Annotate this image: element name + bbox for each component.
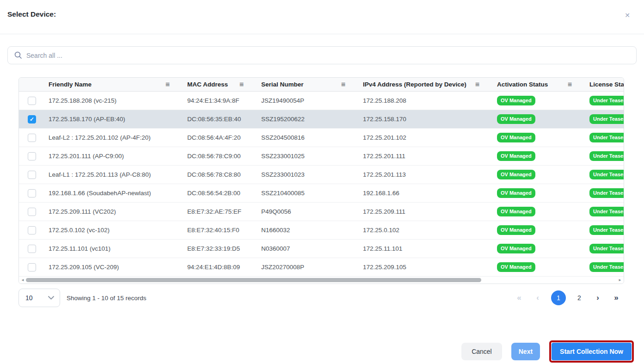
search-input[interactable]	[26, 52, 630, 59]
license-status-badge: Under Teaser	[589, 244, 624, 253]
cancel-button[interactable]: Cancel	[461, 343, 502, 360]
cell-ipv4-address: 172.25.209.105	[359, 264, 493, 271]
chevron-down-icon	[48, 296, 54, 300]
table-row[interactable]: 172.25.209.111 (VC202) E8:E7:32:AE:75:EF…	[19, 203, 624, 221]
row-checkbox[interactable]	[28, 134, 36, 142]
column-menu-icon[interactable]: ≡	[239, 80, 244, 89]
column-label: IPv4 Address (Reported by Device)	[363, 81, 466, 88]
cell-mac-address: 94:24:E1:34:9A:8F	[184, 97, 258, 104]
row-checkbox[interactable]	[28, 263, 36, 271]
column-header-ipv4-address: IPv4 Address (Reported by Device) ≡	[359, 80, 493, 89]
row-checkbox[interactable]	[28, 189, 36, 197]
cell-serial-number: N1660032	[258, 227, 359, 234]
column-menu-icon[interactable]: ≡	[341, 80, 345, 89]
cell-friendly-name: Leaf-L2 : 172.25.201.102 (AP-4F:20)	[45, 134, 184, 141]
start-collection-now-button[interactable]: Start Collection Now	[552, 343, 632, 360]
cell-friendly-name: 172.25.209.111 (VC202)	[45, 208, 184, 215]
modal-header: Select Device: ✕	[0, 0, 644, 34]
highlight-annotation: Start Collection Now	[549, 340, 634, 363]
page-button-2[interactable]: 2	[574, 294, 584, 302]
cell-mac-address: DC:08:56:78:C9:00	[184, 153, 258, 160]
cell-serial-number: N0360007	[258, 245, 359, 252]
cell-ipv4-address: 172.25.201.102	[359, 134, 493, 141]
license-status-badge: Under Teaser	[589, 207, 624, 216]
select-device-modal: Select Device: ✕ Friendly Name ≡ MAC Add…	[0, 0, 644, 363]
table-row[interactable]: Leaf-L1 : 172.25.201.113 (AP-C8:80) DC:0…	[19, 166, 624, 184]
row-checkbox[interactable]	[28, 152, 36, 160]
close-icon[interactable]: ✕	[625, 12, 630, 34]
table-row[interactable]: 172.25.188.208 (vc-215) 94:24:E1:34:9A:8…	[19, 92, 624, 110]
row-checkbox-checked[interactable]: ✓	[28, 115, 36, 123]
activation-status-badge: OV Managed	[497, 114, 535, 124]
cell-mac-address: DC:08:56:35:EB:40	[184, 116, 258, 123]
cell-friendly-name: 172.25.11.101 (vc101)	[45, 245, 184, 252]
cell-mac-address: DC:08:56:54:2B:00	[184, 190, 258, 197]
license-status-badge: Under Teaser	[589, 170, 624, 179]
cell-ipv4-address: 172.25.188.208	[359, 97, 493, 104]
cell-mac-address: E8:E7:32:AE:75:EF	[184, 208, 258, 215]
row-checkbox[interactable]	[28, 97, 36, 105]
cell-serial-number: SSZ195200622	[258, 116, 359, 123]
license-status-badge: Under Teaser	[589, 151, 624, 161]
column-label: Serial Number	[261, 81, 304, 88]
cell-friendly-name: 172.25.188.208 (vc-215)	[45, 97, 184, 104]
next-page-button[interactable]: ›	[593, 293, 603, 302]
records-summary: Showing 1 - 10 of 15 records	[67, 295, 147, 302]
activation-status-badge: OV Managed	[497, 244, 535, 253]
device-table: Friendly Name ≡ MAC Address ≡ Serial Num…	[18, 77, 624, 284]
cell-friendly-name: Leaf-L1 : 172.25.201.113 (AP-C8:80)	[45, 171, 184, 178]
column-label: MAC Address	[187, 81, 228, 88]
cell-mac-address: DC:08:56:4A:4F:20	[184, 134, 258, 141]
check-icon: ✓	[30, 117, 34, 122]
last-page-button[interactable]: »	[611, 293, 621, 302]
page-title: Select Device:	[7, 10, 56, 34]
pagination: « ‹ 1 2 › »	[514, 290, 621, 305]
search-icon	[14, 51, 22, 59]
column-menu-icon[interactable]: ≡	[568, 80, 572, 89]
cell-ipv4-address: 172.25.0.102	[359, 227, 493, 234]
scrollbar-thumb[interactable]	[26, 278, 481, 282]
page-button-1[interactable]: 1	[551, 290, 566, 305]
cell-serial-number: JSZ19490054P	[258, 97, 359, 104]
scroll-left-icon[interactable]: ◄	[20, 277, 25, 284]
row-checkbox[interactable]	[28, 171, 36, 179]
activation-status-badge: OV Managed	[497, 96, 535, 105]
cell-mac-address: E8:E7:32:33:19:D5	[184, 245, 258, 252]
page-size-select[interactable]: 10	[18, 289, 60, 307]
table-row[interactable]: 172.25.11.101 (vc101) E8:E7:32:33:19:D5 …	[19, 240, 624, 258]
row-checkbox[interactable]	[28, 245, 36, 253]
activation-status-badge: OV Managed	[497, 262, 535, 272]
page-size-value: 10	[25, 294, 33, 302]
horizontal-scrollbar: ◄ ►	[19, 277, 624, 284]
modal-footer: Cancel Next Start Collection Now	[0, 340, 644, 363]
cell-friendly-name: 172.25.201.111 (AP-C9:00)	[45, 153, 184, 160]
column-menu-icon[interactable]: ≡	[166, 80, 170, 89]
table-row-selected[interactable]: ✓ 172.25.158.170 (AP-EB:40) DC:08:56:35:…	[19, 110, 624, 129]
cell-friendly-name: 172.25.158.170 (AP-EB:40)	[45, 116, 184, 123]
table-row[interactable]: 172.25.201.111 (AP-C9:00) DC:08:56:78:C9…	[19, 147, 624, 166]
column-menu-icon[interactable]: ≡	[475, 80, 479, 89]
next-button[interactable]: Next	[511, 343, 540, 360]
cell-serial-number: SSZ204500816	[258, 134, 359, 141]
activation-status-badge: OV Managed	[497, 170, 535, 179]
column-header-mac-address: MAC Address ≡	[184, 80, 258, 89]
cell-serial-number: SSZ233001023	[258, 171, 359, 178]
table-row[interactable]: 192.168.1.66 (SoudabehAP-newlast) DC:08:…	[19, 184, 624, 203]
cell-serial-number: JSZ20270008P	[258, 264, 359, 271]
table-row[interactable]: 172.25.0.102 (vc-102) E8:E7:32:40:15:F0 …	[19, 221, 624, 240]
scroll-right-icon[interactable]: ►	[617, 277, 623, 284]
prev-page-button[interactable]: ‹	[533, 293, 543, 302]
license-status-badge: Under Teaser	[589, 96, 624, 105]
first-page-button[interactable]: «	[514, 293, 524, 302]
cell-ipv4-address: 192.168.1.66	[359, 190, 493, 197]
column-label: License Status	[589, 81, 624, 88]
cell-mac-address: 94:24:E1:4D:8B:09	[184, 264, 258, 271]
table-row[interactable]: 172.25.209.105 (VC-209) 94:24:E1:4D:8B:0…	[19, 258, 624, 277]
cell-ipv4-address: 172.25.201.111	[359, 153, 493, 160]
row-checkbox[interactable]	[28, 226, 36, 234]
table-row[interactable]: Leaf-L2 : 172.25.201.102 (AP-4F:20) DC:0…	[19, 129, 624, 147]
cell-serial-number: SSZ210400085	[258, 190, 359, 197]
activation-status-badge: OV Managed	[497, 188, 535, 198]
row-checkbox[interactable]	[28, 208, 36, 216]
cell-mac-address: DC:08:56:78:C8:80	[184, 171, 258, 178]
